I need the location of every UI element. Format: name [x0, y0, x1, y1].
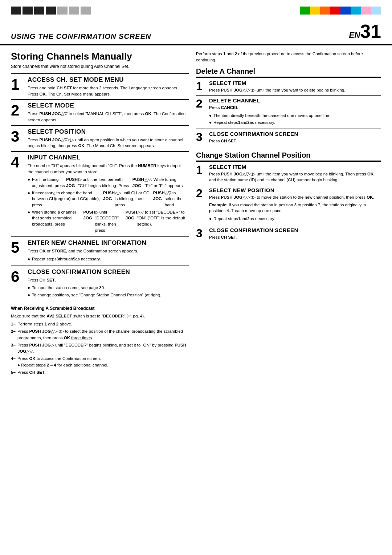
step-2: 2 SELECT MODE Press PUSH JOG△▽ to select… — [11, 99, 189, 125]
step-1-text: Press and hold CH SET for more than 2 se… — [28, 85, 186, 97]
step-4-text: The number "01" appears blinking beneath… — [28, 163, 186, 233]
scrambled-num-3: 3– — [11, 342, 17, 355]
scrambled-text-4: Press OK to access the Confirmation scre… — [17, 356, 109, 368]
delete-step-3: 3 CLOSE CONFIRMATION SCREEN Press CH SET… — [196, 129, 381, 146]
delete-step-2-heading: DELETE CHANNEL — [209, 97, 379, 104]
step-4-bullet-2: If necessary, to change the band between… — [28, 190, 186, 208]
step-6-heading: CLOSE CONFIRMATION SCREEN — [28, 268, 186, 276]
step-6-number: 6 — [11, 266, 25, 284]
step-1-number: 1 — [11, 74, 25, 92]
step-2-heading: SELECT MODE — [28, 102, 186, 109]
step-6-bullet-2: To change positions, see "Change Station… — [28, 292, 186, 298]
change-step-2-number: 2 — [196, 185, 207, 199]
right-column: Perform steps 1 and 2 of the previous pr… — [196, 51, 381, 377]
scrambled-text-1: Perform steps 1 and 2 above. — [17, 321, 72, 327]
step-5-text: Press OK or STORE, and the Confirmation … — [28, 248, 186, 262]
step-5-number: 5 — [11, 237, 25, 255]
step-3-heading: SELECT POSITION — [28, 128, 186, 135]
delete-step-1-text: Press PUSH JOG△▽◁▷ until the item you wa… — [209, 87, 379, 93]
scrambled-text-3: Press PUSH JOG▷ until "DECODER" begins b… — [17, 342, 189, 355]
step-4-content: INPUT CHANNEL The number "01" appears bl… — [25, 152, 189, 236]
step-6-bullets: To input the station name, see page 30. … — [28, 285, 186, 298]
scrambled-item-2: 2– Press PUSH JOG△▽◁▷ to select the posi… — [11, 328, 189, 341]
left-column: Storing Channels Manually Store channels… — [11, 51, 189, 377]
delete-bullet-2: Repeat steps 1 and 2 as necessary. — [209, 119, 379, 126]
delete-step-2: 2 DELETE CHANNEL Press CANCEL. The item … — [196, 95, 381, 129]
left-main-title: Storing Channels Manually — [11, 51, 189, 62]
delete-step-1-number: 1 — [196, 78, 207, 92]
change-step-1-content: SELECT ITEM Press PUSH JOG△▽◁▷ until the… — [207, 162, 381, 185]
change-step-3-content: CLOSE CONFIRMATION SCREEN Press CH SET. — [207, 225, 381, 242]
change-step-2-content: SELECT NEW POSITION Press PUSH JOG△▽◁▷ t… — [207, 185, 381, 225]
step-3-content: SELECT POSITION Press PUSH JOG△▽◁▷ until… — [25, 126, 189, 151]
step-5-bullets: Repeat steps 3 through 5 as necessary. — [28, 256, 186, 262]
delete-step-2-bullets: The item directly beneath the cancelled … — [209, 113, 379, 126]
delete-step-3-content: CLOSE CONFIRMATION SCREEN Press CH SET. — [207, 129, 381, 146]
step-3-number: 3 — [11, 126, 25, 144]
scrambled-num-2: 2– — [11, 328, 17, 341]
step-5-content: ENTER NEW CHANNEL INFORMATION Press OK o… — [25, 237, 189, 265]
change-step-3-heading: CLOSE CONFIRMATION SCREEN — [209, 227, 379, 233]
left-subtitle: Store channels that were not stored duri… — [11, 64, 189, 69]
step-6: 6 CLOSE CONFIRMATION SCREEN Press CH SET… — [11, 266, 189, 301]
right-intro: Perform steps 1 and 2 of the previous pr… — [196, 51, 381, 63]
header-page-num: 31 — [360, 22, 381, 41]
scrambled-text-2: Press PUSH JOG△▽◁▷ to select the positio… — [17, 328, 189, 341]
scrambled-section: When Receiving A Scrambled Broadcast Mak… — [11, 305, 189, 376]
scrambled-item-4: 4– Press OK to access the Confirmation s… — [11, 356, 189, 368]
step-1-heading: ACCESS CH. SET MODE MENU — [28, 76, 186, 84]
step-5-bullet-1: Repeat steps 3 through 5 as necessary. — [28, 256, 186, 262]
step-4: 4 INPUT CHANNEL The number "01" appears … — [11, 151, 189, 236]
step-1-content: ACCESS CH. SET MODE MENU Press and hold … — [25, 74, 189, 99]
header-title: USING THE CONFIRMATION SCREEN — [11, 32, 151, 41]
step-2-text: Press PUSH JOG△▽ to select "MANUAL CH SE… — [28, 111, 186, 123]
change-section-title: Change Station Channel Position — [196, 151, 381, 162]
change-step-3-number: 3 — [196, 225, 207, 239]
delete-section-title: Delete A Channel — [196, 67, 381, 78]
scrambled-num-4: 4– — [11, 356, 17, 368]
scrambled-text-5: Press CH SET. — [17, 369, 46, 376]
change-step-1-heading: SELECT ITEM — [209, 164, 379, 170]
change-bullet-1: Repeat steps 1 and 2 as necessary. — [209, 216, 379, 222]
change-step-1: 1 SELECT ITEM Press PUSH JOG△▽◁▷ until t… — [196, 162, 381, 185]
change-step-2-text: Press PUSH JOG△▽◁▷ to move the station t… — [209, 194, 379, 222]
main-layout: Storing Channels Manually Store channels… — [0, 45, 392, 382]
step-4-bullet-1: For fine tuning adjustment, press PUSH J… — [28, 177, 186, 189]
step-6-text: Press CH SET. To input the station name,… — [28, 277, 186, 298]
step-4-bullet-3: When storing a channel that sends scramb… — [28, 209, 186, 234]
header-en-label: EN — [349, 31, 360, 40]
step-5: 5 ENTER NEW CHANNEL INFORMATION Press OK… — [11, 236, 189, 265]
scrambled-item-1: 1– Perform steps 1 and 2 above. — [11, 321, 189, 327]
delete-step-1-heading: SELECT ITEM — [209, 80, 379, 86]
delete-step-2-number: 2 — [196, 96, 207, 109]
scrambled-item-5: 5– Press CH SET. — [11, 369, 189, 376]
change-step-2-heading: SELECT NEW POSITION — [209, 187, 379, 193]
step-6-content: CLOSE CONFIRMATION SCREEN Press CH SET. … — [25, 266, 189, 301]
change-step-1-text: Press PUSH JOG△▽◁▷ until the item you wa… — [209, 171, 379, 183]
step-2-number: 2 — [11, 100, 25, 118]
step-4-bullets: For fine tuning adjustment, press PUSH J… — [28, 177, 186, 233]
change-step-2-bullets: Repeat steps 1 and 2 as necessary. — [209, 216, 379, 222]
change-step-3: 3 CLOSE CONFIRMATION SCREEN Press CH SET… — [196, 225, 381, 242]
step-6-bullet-1: To input the station name, see page 30. — [28, 285, 186, 291]
delete-step-2-text: Press CANCEL. The item directly beneath … — [209, 105, 379, 126]
step-4-number: 4 — [11, 152, 25, 170]
step-5-heading: ENTER NEW CHANNEL INFORMATION — [28, 239, 186, 247]
step-3: 3 SELECT POSITION Press PUSH JOG△▽◁▷ unt… — [11, 125, 189, 151]
change-step-3-text: Press CH SET. — [209, 234, 379, 240]
delete-step-1-content: SELECT ITEM Press PUSH JOG△▽◁▷ until the… — [207, 78, 381, 95]
delete-step-2-content: DELETE CHANNEL Press CANCEL. The item di… — [207, 96, 381, 129]
step-3-text: Press PUSH JOG△▽◁▷ until an open positio… — [28, 137, 186, 149]
step-4-heading: INPUT CHANNEL — [28, 154, 186, 161]
delete-step-1: 1 SELECT ITEM Press PUSH JOG△▽◁▷ until t… — [196, 78, 381, 95]
scrambled-intro: Make sure that the AV2 SELECT switch is … — [11, 313, 189, 319]
delete-step-3-heading: CLOSE CONFIRMATION SCREEN — [209, 131, 379, 137]
delete-step-3-number: 3 — [196, 129, 207, 143]
page-header: USING THE CONFIRMATION SCREEN EN 31 — [0, 0, 392, 45]
scrambled-num-5: 5– — [11, 369, 17, 376]
header-page-number: EN 31 — [349, 22, 381, 41]
change-step-1-number: 1 — [196, 162, 207, 176]
step-1: 1 ACCESS CH. SET MODE MENU Press and hol… — [11, 73, 189, 99]
delete-step-3-text: Press CH SET. — [209, 138, 379, 144]
scrambled-item-3: 3– Press PUSH JOG▷ until "DECODER" begin… — [11, 342, 189, 355]
